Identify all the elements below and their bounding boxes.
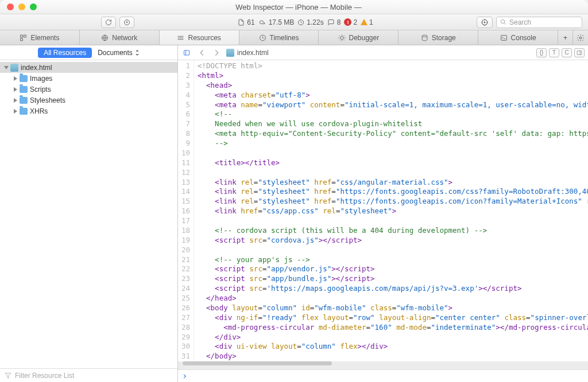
folder-icon bbox=[20, 108, 28, 115]
filter-all-resources[interactable]: All Resources bbox=[38, 48, 92, 58]
timelines-icon bbox=[259, 34, 266, 41]
svg-point-13 bbox=[579, 37, 582, 39]
tree-folder-xhrs[interactable]: XHRs bbox=[0, 106, 177, 116]
sidebar: All Resources Documents index.html Image… bbox=[0, 45, 178, 382]
tab-elements[interactable]: Elements bbox=[0, 30, 80, 45]
resource-count: 61 bbox=[238, 18, 254, 26]
window-title: Web Inspector — iPhone — Mobile — bbox=[44, 3, 588, 11]
file-icon bbox=[10, 64, 18, 72]
main-panel: index.html {} T C 1 2 3 4 5 6 7 8 9 10 1… bbox=[178, 45, 588, 382]
line-gutter: 1 2 3 4 5 6 7 8 9 10 11 12 13 14 15 16 1… bbox=[178, 60, 194, 361]
file-icon bbox=[226, 49, 234, 57]
disclosure-icon[interactable] bbox=[14, 87, 17, 92]
tab-bar: Elements Network Resources Timelines Deb… bbox=[0, 30, 588, 45]
download-button[interactable] bbox=[119, 17, 134, 28]
scope-bar: All Resources Documents bbox=[0, 45, 177, 60]
minimize-window-button[interactable] bbox=[18, 3, 25, 10]
nav-forward-button[interactable] bbox=[211, 48, 222, 58]
toggle-sidebar-button[interactable] bbox=[181, 48, 192, 58]
tab-storage[interactable]: Storage bbox=[399, 30, 478, 45]
source-editor[interactable]: 1 2 3 4 5 6 7 8 9 10 11 12 13 14 15 16 1… bbox=[178, 60, 588, 361]
resources-icon bbox=[177, 34, 184, 41]
source-code[interactable]: <!DOCTYPE html> <html> <head> <meta char… bbox=[194, 60, 588, 361]
error-icon: ! bbox=[344, 18, 351, 26]
coverage-button[interactable]: C bbox=[562, 48, 572, 57]
elements-icon bbox=[20, 34, 27, 41]
console-messages[interactable]: 8 bbox=[327, 18, 341, 26]
network-icon bbox=[101, 34, 109, 41]
storage-icon bbox=[421, 34, 428, 41]
tab-timelines[interactable]: Timelines bbox=[239, 30, 319, 45]
horizontal-scrollbar[interactable] bbox=[183, 361, 583, 367]
svg-rect-15 bbox=[577, 50, 582, 54]
disclosure-icon[interactable] bbox=[14, 98, 17, 103]
svg-point-11 bbox=[422, 35, 427, 37]
zoom-window-button[interactable] bbox=[30, 3, 37, 10]
pretty-print-button[interactable]: {} bbox=[536, 48, 547, 57]
disclosure-icon[interactable] bbox=[14, 109, 17, 114]
search-icon bbox=[500, 19, 506, 25]
element-picker-button[interactable] bbox=[477, 17, 493, 28]
tree-folder-stylesheets[interactable]: Stylesheets bbox=[0, 95, 177, 106]
folder-icon bbox=[20, 97, 28, 104]
scope-dropdown[interactable]: Documents bbox=[98, 49, 140, 57]
svg-rect-12 bbox=[501, 35, 506, 40]
warnings-badge[interactable]: 1 bbox=[361, 18, 373, 26]
folder-icon bbox=[20, 86, 28, 93]
search-field[interactable]: Search bbox=[496, 17, 582, 28]
svg-rect-6 bbox=[24, 35, 26, 37]
console-icon bbox=[500, 34, 508, 41]
filter-bar[interactable]: Filter Resource List bbox=[0, 368, 177, 382]
settings-button[interactable] bbox=[573, 30, 588, 45]
svg-point-4 bbox=[501, 20, 504, 23]
breadcrumb-file[interactable]: index.html bbox=[226, 49, 269, 57]
tree-folder-images[interactable]: Images bbox=[0, 73, 177, 84]
toggle-details-button[interactable] bbox=[574, 48, 585, 57]
titlebar: Web Inspector — iPhone — Mobile — bbox=[0, 0, 588, 14]
reload-button[interactable] bbox=[101, 17, 116, 28]
nav-back-button[interactable] bbox=[196, 48, 207, 58]
new-tab-button[interactable]: + bbox=[558, 30, 573, 45]
folder-icon bbox=[20, 75, 28, 82]
svg-rect-14 bbox=[184, 50, 189, 55]
tab-resources[interactable]: Resources bbox=[160, 30, 239, 45]
toolbar: 61 17.5 MB 1.22s 8 ! 2 1 Search bbox=[0, 14, 588, 30]
tab-console[interactable]: Console bbox=[478, 30, 558, 45]
disclosure-icon[interactable] bbox=[4, 66, 9, 69]
svg-point-3 bbox=[484, 22, 485, 23]
tree-folder-scripts[interactable]: Scripts bbox=[0, 84, 177, 95]
debugger-icon bbox=[338, 34, 346, 41]
console-prompt[interactable] bbox=[178, 369, 588, 382]
svg-rect-7 bbox=[21, 38, 23, 41]
path-bar: index.html {} T C bbox=[178, 45, 588, 60]
tab-network[interactable]: Network bbox=[80, 30, 160, 45]
tab-debugger[interactable]: Debugger bbox=[319, 30, 399, 45]
type-info-button[interactable]: T bbox=[549, 48, 559, 57]
disclosure-icon[interactable] bbox=[14, 76, 17, 81]
load-time: 1.22s bbox=[297, 18, 323, 26]
chevron-updown-icon bbox=[135, 50, 140, 56]
close-window-button[interactable] bbox=[7, 3, 14, 10]
svg-rect-5 bbox=[21, 35, 23, 37]
errors-badge[interactable]: ! 2 bbox=[344, 18, 357, 26]
chevron-right-icon bbox=[183, 373, 187, 379]
filter-icon bbox=[5, 372, 11, 379]
warning-icon bbox=[361, 19, 368, 25]
tree-item-index[interactable]: index.html bbox=[0, 62, 177, 73]
resource-tree: index.html Images Scripts Stylesheets bbox=[0, 60, 177, 368]
transfer-size: 17.5 MB bbox=[258, 18, 295, 26]
svg-point-10 bbox=[340, 36, 343, 39]
